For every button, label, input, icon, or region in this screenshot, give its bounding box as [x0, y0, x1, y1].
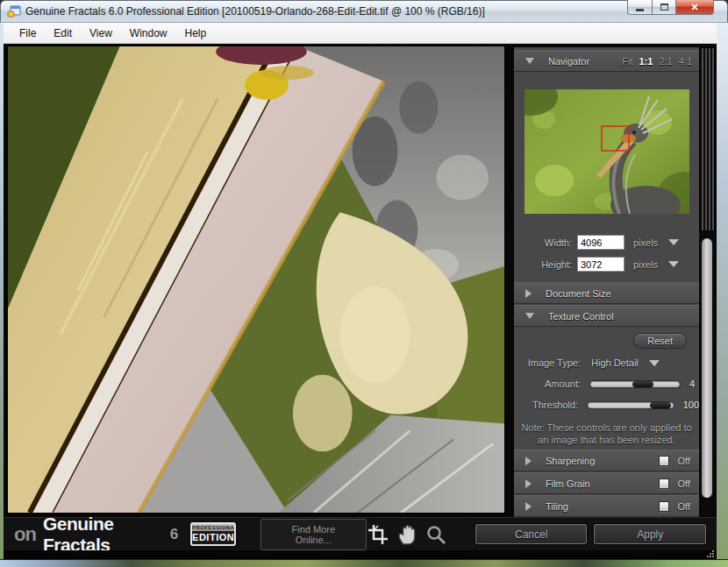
- close-button[interactable]: ✕: [676, 0, 714, 15]
- window-frame-bottom: [0, 559, 728, 567]
- menu-bar: File Edit View Window Help: [4, 23, 717, 44]
- height-input[interactable]: [577, 257, 625, 272]
- crop-tool-icon[interactable]: [367, 523, 389, 546]
- zoom-4-1[interactable]: 4:1: [679, 56, 692, 67]
- amount-label: Amount:: [519, 379, 581, 389]
- threshold-row: Threshold: 100: [514, 394, 699, 415]
- resize-grip[interactable]: [707, 550, 714, 557]
- collapse-triangle-icon[interactable]: [525, 313, 534, 319]
- maximize-button[interactable]: [653, 0, 676, 15]
- zoom-2-1[interactable]: 2:1: [659, 56, 672, 67]
- app-window: Genuine Fractals 6.0 Professional Editio…: [0, 0, 728, 567]
- brand-version: 6: [170, 526, 178, 543]
- tiling-title: Tiling: [546, 501, 568, 512]
- minimize-icon: [636, 9, 644, 11]
- amount-row: Amount: 4: [514, 373, 699, 394]
- document-size-title: Document Size: [546, 288, 611, 299]
- collapse-triangle-icon[interactable]: [525, 58, 534, 64]
- panel-scrollbar: [699, 47, 715, 517]
- film-grain-checkbox[interactable]: [659, 478, 669, 489]
- amount-slider-thumb[interactable]: [632, 381, 653, 387]
- document-size-header[interactable]: Document Size: [514, 282, 699, 304]
- window-title: Genuine Fractals 6.0 Professional Editio…: [25, 5, 485, 18]
- navigator-thumbnail[interactable]: [525, 89, 689, 214]
- window-controls: ✕: [627, 0, 714, 15]
- toggle-sections: Sharpening Off Film Grain Off: [514, 449, 699, 517]
- film-grain-title: Film Grain: [546, 478, 590, 489]
- width-unit-dropdown-icon[interactable]: [668, 239, 679, 245]
- height-unit-dropdown-icon[interactable]: [668, 261, 679, 267]
- status-strip: [4, 550, 717, 559]
- main-content: Navigator Fit 1:1 2:1 4:1: [4, 44, 717, 517]
- badge-edition-label: EDITION: [192, 531, 234, 544]
- image-type-label: Image Type:: [519, 358, 581, 368]
- amount-value: 4: [689, 379, 695, 389]
- image-type-row: Image Type: High Detail: [514, 352, 699, 373]
- preview-image[interactable]: [7, 46, 505, 514]
- app-icon: [7, 4, 21, 18]
- expand-triangle-icon[interactable]: [525, 289, 532, 298]
- scrollbar-thumb[interactable]: [702, 238, 712, 498]
- footer-bar: on Genuine Fractals 6 PROFESSIONAL EDITI…: [4, 517, 717, 550]
- sharpening-header[interactable]: Sharpening Off: [514, 450, 699, 471]
- scrollbar-ribs: [699, 47, 715, 231]
- amount-slider[interactable]: [589, 380, 681, 388]
- preview-image-art: [8, 46, 504, 513]
- tool-buttons: [367, 523, 447, 546]
- navigator-thumbnail-area: [514, 72, 699, 231]
- sharpening-title: Sharpening: [546, 456, 595, 466]
- badge-professional-label: PROFESSIONAL: [192, 524, 234, 531]
- zoom-fit[interactable]: Fit: [622, 56, 632, 67]
- onone-logo: on: [14, 523, 36, 546]
- zoom-1-1[interactable]: 1:1: [639, 56, 653, 67]
- window-frame-right: [717, 23, 728, 567]
- maximize-icon: [660, 4, 668, 11]
- expand-triangle-icon[interactable]: [525, 457, 532, 465]
- threshold-value: 100: [683, 400, 699, 410]
- height-label: Height:: [535, 259, 572, 270]
- menu-help[interactable]: Help: [176, 25, 216, 42]
- expand-triangle-icon[interactable]: [525, 502, 532, 511]
- minimize-button[interactable]: [627, 0, 653, 15]
- find-more-online-button[interactable]: Find More Online...: [261, 519, 367, 550]
- height-row: Height: pixels: [514, 253, 699, 275]
- texture-control-title: Texture Control: [548, 311, 614, 322]
- reset-button[interactable]: Reset: [633, 333, 687, 349]
- film-grain-header[interactable]: Film Grain Off: [514, 472, 699, 494]
- texture-control-header[interactable]: Texture Control: [514, 305, 699, 327]
- width-input[interactable]: [577, 235, 625, 250]
- expand-triangle-icon[interactable]: [525, 479, 532, 488]
- threshold-slider-thumb[interactable]: [650, 402, 671, 408]
- height-unit-label: pixels: [633, 259, 658, 270]
- menu-file[interactable]: File: [11, 25, 45, 42]
- sharpening-checkbox[interactable]: [659, 456, 669, 466]
- width-row: Width: pixels: [514, 231, 699, 253]
- tiling-checkbox[interactable]: [659, 501, 669, 512]
- brand-name: Genuine Fractals: [43, 514, 164, 556]
- cancel-button[interactable]: Cancel: [475, 524, 588, 544]
- threshold-label: Threshold:: [519, 400, 578, 410]
- menu-window[interactable]: Window: [121, 25, 176, 42]
- tiling-state: Off: [678, 501, 690, 512]
- settings-panel: Navigator Fit 1:1 2:1 4:1: [514, 47, 699, 517]
- width-label: Width:: [535, 237, 572, 248]
- sharpening-state: Off: [678, 456, 690, 466]
- menu-edit[interactable]: Edit: [45, 25, 81, 42]
- navigator-header[interactable]: Navigator Fit 1:1 2:1 4:1: [514, 50, 699, 72]
- navigator-zoom-options: Fit 1:1 2:1 4:1: [622, 56, 692, 67]
- menu-view[interactable]: View: [81, 25, 121, 42]
- film-grain-state: Off: [678, 478, 690, 489]
- image-type-value[interactable]: High Detail: [591, 358, 639, 368]
- width-unit-label: pixels: [633, 237, 658, 248]
- scrollbar-track[interactable]: [699, 231, 715, 517]
- professional-edition-badge: PROFESSIONAL EDITION: [190, 522, 236, 546]
- texture-note: Note: These controls are only applied to…: [514, 422, 699, 447]
- zoom-tool-icon[interactable]: [425, 523, 447, 546]
- apply-button[interactable]: Apply: [594, 524, 706, 544]
- image-type-dropdown-icon[interactable]: [649, 360, 660, 366]
- hand-tool-icon[interactable]: [396, 523, 418, 546]
- title-bar[interactable]: Genuine Fractals 6.0 Professional Editio…: [0, 0, 728, 23]
- close-icon: ✕: [690, 2, 698, 13]
- threshold-slider[interactable]: [587, 401, 674, 409]
- tiling-header[interactable]: Tiling Off: [514, 495, 699, 517]
